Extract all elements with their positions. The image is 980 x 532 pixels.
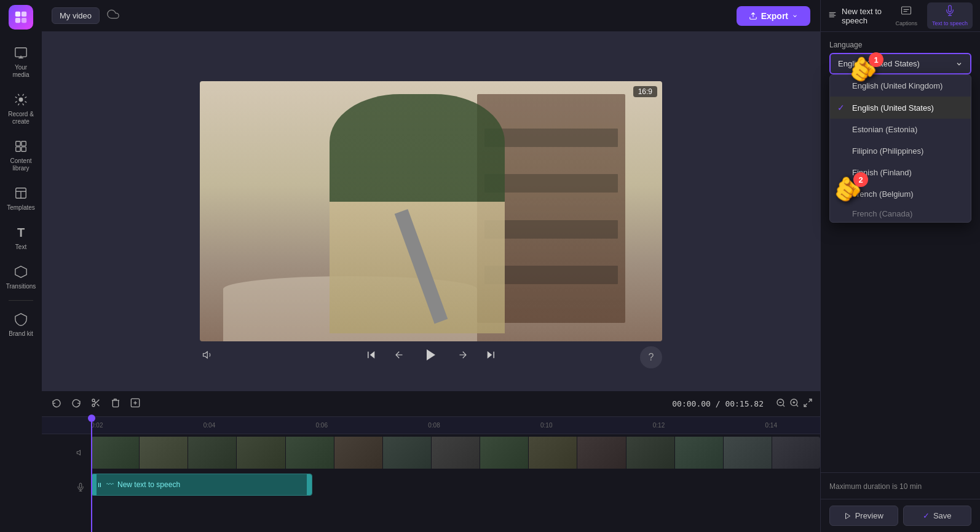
- dropdown-item-fr-be[interactable]: French (Belgium): [830, 183, 971, 205]
- tts-wave-icon: 〰: [106, 480, 114, 489]
- panel-title-icon: [828, 10, 837, 21]
- zoom-out-button[interactable]: [776, 398, 786, 410]
- save-check-icon: ✓: [923, 511, 930, 520]
- sidebar-item-label-brand: Brand kit: [9, 330, 33, 338]
- video-track-content[interactable]: [91, 437, 820, 469]
- forward-button[interactable]: [454, 347, 470, 363]
- cloud-save-icon: [107, 8, 119, 23]
- play-button[interactable]: [420, 344, 442, 366]
- zoom-controls: [776, 398, 813, 410]
- save-button[interactable]: ✓ Save: [903, 506, 972, 526]
- sidebar-item-transitions[interactable]: Transitions: [2, 258, 39, 295]
- svg-marker-14: [204, 352, 208, 359]
- sidebar-item-text[interactable]: T Text: [2, 219, 39, 256]
- svg-point-20: [92, 399, 95, 402]
- captions-icon: [901, 5, 912, 19]
- video-track-label: [42, 437, 90, 469]
- svg-marker-15: [370, 351, 375, 359]
- svg-line-35: [808, 399, 812, 402]
- video-controls: [200, 339, 662, 371]
- tts-clip-handle-left[interactable]: [92, 474, 97, 495]
- dropdown-item-fr-ca[interactable]: French (Canada): [830, 205, 971, 222]
- export-button[interactable]: Export: [737, 6, 810, 26]
- tts-tab[interactable]: Text to speech: [927, 2, 973, 29]
- dropdown-label-fil-ph: Filipino (Philippines): [852, 146, 923, 156]
- templates-icon: [12, 185, 30, 202]
- video-track[interactable]: [91, 437, 820, 469]
- video-frame[interactable]: 16:9: [200, 81, 662, 341]
- timeline-tracks: ⏸ 〰 New text to speech: [42, 434, 820, 532]
- sidebar-item-record[interactable]: Record & create: [2, 86, 39, 130]
- svg-marker-17: [427, 349, 435, 360]
- language-select-container: English (United States) English (United …: [829, 53, 971, 74]
- sidebar-item-your-media[interactable]: Your media: [2, 39, 39, 84]
- speaker-button[interactable]: [200, 347, 216, 363]
- dropdown-item-en-us[interactable]: ✓ English (United States): [830, 97, 971, 119]
- timeline-ruler: 0:02 0:04 0:06 0:08 0:10 0:12 0:14: [42, 417, 820, 434]
- timeline-expand-button[interactable]: [803, 398, 813, 410]
- playhead[interactable]: [91, 417, 92, 532]
- tts-tab-label: Text to speech: [932, 20, 968, 26]
- video-person: [330, 94, 505, 333]
- save-label: Save: [933, 511, 952, 520]
- timeline-time: 00:00.00 / 00:15.82: [672, 399, 764, 408]
- sidebar-item-content-library[interactable]: Content library: [2, 133, 39, 177]
- dropdown-label-et-ee: Estonian (Estonia): [852, 125, 917, 134]
- video-container: 16:9: [200, 81, 662, 341]
- dropdown-item-et-ee[interactable]: Estonian (Estonia): [830, 119, 971, 140]
- tts-clip[interactable]: ⏸ 〰 New text to speech: [91, 474, 312, 496]
- your-media-icon: [12, 44, 30, 62]
- delete-button[interactable]: [108, 395, 123, 413]
- svg-line-32: [796, 405, 798, 407]
- language-section: Language English (United States) English…: [821, 32, 980, 79]
- svg-rect-3: [22, 18, 26, 23]
- panel-actions: Preview ✓ Save: [821, 499, 980, 532]
- sidebar-item-brand[interactable]: Brand kit: [2, 306, 39, 343]
- dropdown-item-fi-fi[interactable]: Finnish (Finland): [830, 162, 971, 183]
- check-icon-en-us: ✓: [837, 103, 847, 113]
- cut-button[interactable]: [89, 395, 103, 413]
- export-label: Export: [761, 11, 788, 21]
- dropdown-item-en-gb[interactable]: English (United Kingdom): [830, 75, 971, 97]
- redo-button[interactable]: [69, 395, 84, 413]
- svg-point-5: [19, 98, 23, 101]
- svg-rect-8: [16, 147, 20, 151]
- sidebar-item-label-text: Text: [15, 244, 26, 251]
- language-select-button[interactable]: English (United States): [829, 53, 971, 74]
- panel-top-tabs: New text to speech Captions: [821, 0, 980, 32]
- dropdown-item-fil-ph[interactable]: Filipino (Philippines): [830, 140, 971, 162]
- rewind-button[interactable]: [392, 347, 408, 363]
- tts-track[interactable]: ⏸ 〰 New text to speech: [91, 474, 820, 496]
- preview-button[interactable]: Preview: [829, 506, 898, 526]
- sidebar-item-label-templates: Templates: [7, 204, 35, 212]
- svg-rect-2: [15, 18, 20, 23]
- tts-clip-handle-right[interactable]: [307, 474, 312, 495]
- selected-language-text: English (United States): [838, 59, 920, 68]
- skip-back-button[interactable]: [363, 347, 379, 363]
- tts-icon: [944, 5, 955, 19]
- panel-title: New text to speech: [828, 7, 885, 25]
- help-button[interactable]: ?: [640, 346, 662, 368]
- add-media-button[interactable]: [128, 395, 143, 413]
- sidebar-item-templates[interactable]: Templates: [2, 180, 39, 216]
- sidebar-item-label-transitions: Transitions: [6, 283, 36, 290]
- language-label: Language: [829, 41, 971, 49]
- svg-line-23: [97, 403, 100, 406]
- dropdown-label-en-us: English (United States): [852, 103, 934, 113]
- timeline-toolbar: 00:00.00 / 00:15.82: [42, 391, 820, 417]
- brand-icon: [12, 311, 30, 328]
- text-icon: T: [12, 224, 30, 241]
- svg-marker-49: [845, 513, 850, 518]
- dropdown-label-fi-fi: Finnish (Finland): [852, 168, 912, 177]
- zoom-in-button[interactable]: [789, 398, 799, 410]
- svg-rect-1: [22, 12, 26, 17]
- tts-clip-label: New text to speech: [117, 480, 180, 489]
- undo-button[interactable]: [49, 395, 64, 413]
- svg-marker-13: [15, 266, 26, 277]
- captions-tab[interactable]: Captions: [890, 2, 922, 29]
- skip-forward-button[interactable]: [483, 347, 499, 363]
- dropdown-label-fr-ca: French (Canada): [852, 209, 912, 218]
- app-logo[interactable]: [9, 5, 33, 30]
- svg-rect-44: [902, 7, 911, 14]
- project-name[interactable]: My video: [52, 7, 100, 24]
